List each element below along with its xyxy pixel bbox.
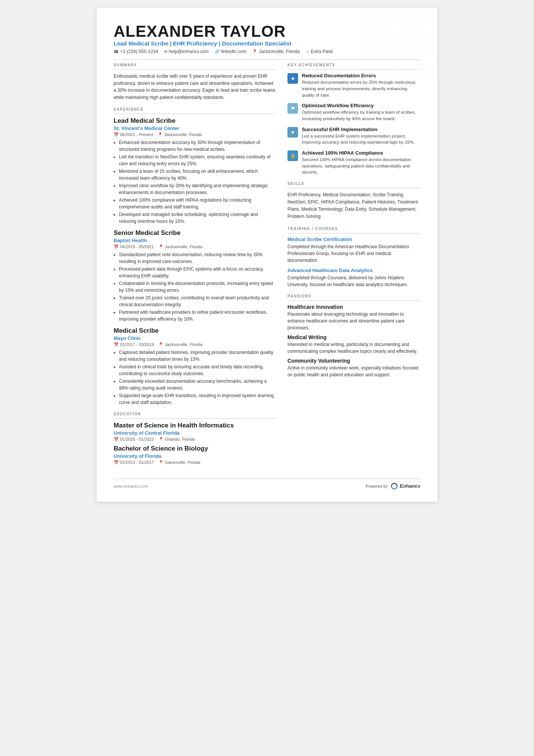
training-2-title: Advanced Healthcare Data Analytics [287, 268, 420, 273]
link-icon: 🔗 [215, 49, 220, 54]
passion-2-title: Medical Writing [287, 334, 420, 340]
job-2-title: Senior Medical Scribe [114, 229, 276, 237]
job-1: Lead Medical Scribe St. Vincent's Medica… [114, 117, 276, 225]
page-footer: www.enhancv.com Powered by Enhancv [114, 479, 420, 490]
edu-1-dates: 📅 01/2020 - 01/2022 [114, 437, 154, 442]
achievement-2-desc: Optimized workflow efficiency by trainin… [302, 109, 420, 122]
training-1: Medical Scribe Certification Completed t… [287, 236, 420, 264]
achievement-3-content: Successful EHR Implementation Led a succ… [302, 127, 420, 146]
dot-pattern-decoration [362, 8, 437, 76]
resume-page: ALEXANDER TAYLOR Lead Medical Scribe | E… [97, 8, 437, 502]
edu-2-location: 📍 Gainesville, Florida [158, 460, 200, 465]
enhancv-logo-icon [390, 482, 398, 490]
achievement-2-title: Optimized Workflow Efficiency [302, 103, 420, 108]
job-1-title: Lead Medical Scribe [114, 117, 276, 125]
training-2: Advanced Healthcare Data Analytics Compl… [287, 268, 420, 288]
skills-text: EHR Proficiency, Medical Documentation, … [287, 191, 420, 221]
job-1-location: 📍 Jacksonville, Florida [158, 132, 201, 137]
list-item: Mentored a team of 15 scribes, focusing … [119, 168, 276, 182]
list-item: Standardized patient note documentation,… [119, 251, 276, 265]
footer-website: www.enhancv.com [114, 484, 148, 488]
achievement-2-content: Optimized Workflow Efficiency Optimized … [302, 103, 420, 122]
pin-icon: 📍 [158, 244, 164, 249]
calendar-icon: 📅 [114, 437, 119, 442]
education-divider [114, 418, 276, 419]
job-3-meta: 📅 01/2017 - 03/2019 📍 Jacksonville, Flor… [114, 342, 276, 347]
achievement-1-desc: Reduced documentation errors by 25% thro… [302, 79, 420, 98]
edu-2: Bachelor of Science in Biology Universit… [114, 445, 276, 465]
achievement-4: 🔒 Achieved 100% HIPAA Compliance Secured… [287, 150, 420, 175]
achievement-4-content: Achieved 100% HIPAA Compliance Secured 1… [302, 150, 420, 175]
achievement-2: ⚑ Optimized Workflow Efficiency Optimize… [287, 103, 420, 122]
phone-contact: ☎ +1-(234)-555-1234 [114, 49, 158, 54]
pin-icon: 📍 [158, 460, 164, 465]
achievement-3-title: Successful EHR Implementation [302, 127, 420, 132]
education-section: EDUCATION Master of Science in Health In… [114, 412, 276, 465]
job-3-bullets: Captured detailed patient histories, imp… [114, 349, 276, 406]
list-item: Partnered with healthcare providers to r… [119, 309, 276, 322]
summary-label: SUMMARY [114, 63, 276, 67]
training-1-desc: Completed through the American Healthcar… [287, 243, 420, 264]
edu-1-location: 📍 Orlando, Florida [158, 437, 195, 442]
job-2-location: 📍 Jacksonville, Florida [158, 244, 202, 249]
passion-1: Healthcare Innovation Passionate about l… [287, 304, 420, 331]
achievement-1-icon: ★ [287, 73, 298, 84]
edu-2-meta: 📅 01/2013 - 01/2017 📍 Gainesville, Flori… [114, 460, 276, 465]
extra-contact: ☆ Extra Field [306, 49, 333, 54]
location-icon: 📍 [252, 49, 258, 54]
list-item: Improved clinic workflow by 20% by ident… [119, 182, 276, 196]
list-item: Achieved 100% compliance with HIPAA regu… [119, 197, 276, 210]
list-item: Developed and managed scribe scheduling,… [119, 211, 276, 225]
email-icon: ✉ [164, 49, 167, 54]
calendar-icon: 📅 [114, 460, 119, 465]
training-label: TRAINING / COURSES [287, 227, 420, 231]
website-contact: 🔗 linkedin.com [215, 49, 247, 54]
star-icon: ☆ [306, 49, 310, 54]
passions-label: PASSIONS [287, 294, 420, 298]
list-item: Collaborated in revising the documentati… [119, 280, 276, 294]
job-3-location: 📍 Jacksonville, Florida [158, 342, 202, 347]
passion-3-desc: Active in community volunteer work, espe… [287, 365, 420, 378]
skills-section: SKILLS EHR Proficiency, Medical Document… [287, 182, 420, 221]
list-item: Consistently exceeded documentation accu… [119, 378, 276, 391]
achievement-1-content: Reduced Documentation Errors Reduced doc… [302, 73, 420, 98]
edu-1-degree: Master of Science in Health Informatics [114, 422, 276, 429]
achievement-4-desc: Secured 100% HIPAA compliance across doc… [302, 157, 420, 175]
pin-icon: 📍 [158, 437, 164, 442]
achievement-3-desc: Led a successful EHR system implementati… [302, 133, 420, 146]
passion-3: Community Volunteering Active in communi… [287, 358, 420, 378]
education-label: EDUCATION [114, 412, 276, 416]
training-divider [287, 233, 420, 233]
job-1-bullets: Enhanced documentation accuracy by 30% t… [114, 139, 276, 225]
job-1-dates: 📅 06/2021 - Present [114, 132, 153, 137]
training-1-title: Medical Scribe Certification [287, 236, 420, 242]
passion-1-desc: Passionate about leveraging technology a… [287, 311, 420, 331]
training-2-desc: Completed through Coursera, delivered by… [287, 274, 420, 288]
pin-icon: 📍 [158, 132, 163, 137]
job-2-meta: 📅 04/2019 - 05/2021 📍 Jacksonville, Flor… [114, 244, 276, 249]
job-2-bullets: Standardized patient note documentation,… [114, 251, 276, 322]
passions-section: PASSIONS Healthcare Innovation Passionat… [287, 294, 420, 378]
list-item: Enhanced documentation accuracy by 30% t… [119, 139, 276, 153]
achievement-4-title: Achieved 100% HIPAA Compliance [302, 150, 420, 156]
list-item: Led the transition to NextGen EHR system… [119, 153, 276, 167]
right-column: KEY ACHIEVEMENTS ★ Reduced Documentation… [287, 63, 420, 471]
summary-text: Enthusiastic medical scribe with over 5 … [114, 73, 276, 101]
passion-1-title: Healthcare Innovation [287, 304, 420, 310]
edu-1-school: University of Central Florida [114, 430, 276, 436]
passion-3-title: Community Volunteering [287, 358, 420, 364]
calendar-icon: 📅 [114, 342, 119, 347]
skills-divider [287, 188, 420, 188]
job-3-title: Medical Scribe [114, 327, 276, 335]
passions-divider [287, 301, 420, 301]
experience-section: EXPERIENCE Lead Medical Scribe St. Vince… [114, 107, 276, 406]
calendar-icon: 📅 [114, 244, 119, 249]
summary-divider [114, 69, 276, 70]
experience-divider [114, 114, 276, 114]
edu-2-degree: Bachelor of Science in Biology [114, 445, 276, 452]
achievements-section: KEY ACHIEVEMENTS ★ Reduced Documentation… [287, 63, 420, 175]
enhancv-logo: Enhancv [390, 482, 420, 490]
passion-2-desc: Interested in medical writing, particula… [287, 341, 420, 355]
list-item: Supported large-scale EHR transitions, r… [119, 392, 276, 406]
main-content: SUMMARY Enthusiastic medical scribe with… [114, 63, 420, 471]
